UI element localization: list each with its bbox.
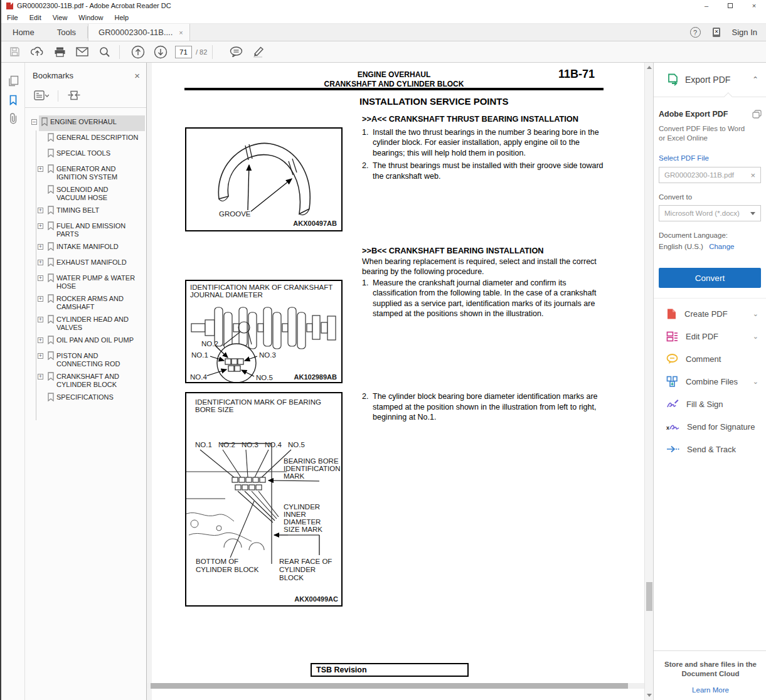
- tab-close-icon[interactable]: ×: [179, 29, 183, 36]
- tab-home[interactable]: Home: [1, 24, 46, 41]
- save-button[interactable]: [5, 44, 24, 60]
- collapse-toggle-icon[interactable]: –: [31, 119, 37, 125]
- bookmark-item[interactable]: + GENERATOR AND IGNITION SYSTEM: [25, 162, 146, 183]
- document-language-value: English (U.S.): [659, 243, 703, 250]
- bookmark-label: CYLINDER HEAD AND VALVES: [56, 315, 139, 332]
- help-icon[interactable]: ?: [690, 27, 701, 38]
- convert-format-dropdown[interactable]: Microsoft Word (*.docx): [659, 205, 761, 221]
- print-button[interactable]: [50, 44, 69, 60]
- expand-toggle-icon[interactable]: +: [38, 244, 43, 250]
- tool-send-track[interactable]: Send & Track: [654, 438, 766, 460]
- tool-comment[interactable]: Comment: [654, 347, 766, 370]
- figure1-groove-label: GROOVE: [219, 210, 251, 218]
- expand-toggle-icon[interactable]: +: [38, 208, 43, 213]
- bookmark-tools-divider: [58, 90, 58, 102]
- bookmark-item[interactable]: + TIMING BELT: [25, 204, 146, 220]
- tools-panel: Export PDF ⌃ Adobe Export PDF Convert PD…: [654, 63, 766, 700]
- bookmarks-close-icon[interactable]: ×: [134, 70, 140, 81]
- horizontal-scrollbar[interactable]: [147, 683, 644, 689]
- expand-toggle-icon[interactable]: +: [38, 337, 43, 343]
- scroll-down-icon[interactable]: [647, 694, 652, 697]
- tab-document[interactable]: GR00002300-11B.... ×: [88, 24, 190, 41]
- vertical-scrollbar[interactable]: [644, 63, 653, 700]
- section-b-heading: >>B<< CRANKSHAFT BEARING INSTALLATION: [362, 246, 608, 257]
- bookmark-item[interactable]: + CYLINDER HEAD AND VALVES: [25, 313, 146, 334]
- minimize-button[interactable]: –: [694, 0, 718, 11]
- comment-tool-button[interactable]: [226, 44, 245, 60]
- tool-edit-pdf[interactable]: Edit PDF ⌄: [654, 325, 766, 347]
- menu-view[interactable]: View: [47, 14, 73, 21]
- mobile-device-icon[interactable]: ✕: [712, 27, 721, 38]
- clear-file-icon[interactable]: ×: [750, 171, 755, 180]
- expand-toggle-icon[interactable]: +: [38, 296, 43, 302]
- new-bookmark-icon[interactable]: [67, 90, 81, 102]
- page-thumbnails-icon[interactable]: [1, 72, 25, 90]
- bookmark-item[interactable]: + FUEL AND EMISSION PARTS: [25, 220, 146, 240]
- menu-edit[interactable]: Edit: [24, 14, 47, 21]
- bookmark-item[interactable]: SPECIAL TOOLS: [25, 147, 146, 162]
- sign-in-link[interactable]: Sign In: [732, 28, 757, 37]
- page-total-label: / 82: [196, 48, 207, 56]
- figure3-size-mark-4: SIZE MARK: [284, 526, 322, 533]
- bookmark-item[interactable]: SPECIFICATIONS: [25, 391, 146, 406]
- chevron-down-icon: ⌄: [753, 378, 758, 386]
- bookmarks-panel-icon[interactable]: [1, 90, 25, 109]
- selected-file-field[interactable]: GR00002300-11B.pdf ×: [659, 167, 761, 183]
- menu-window[interactable]: Window: [73, 14, 109, 21]
- page-number-input[interactable]: [175, 46, 192, 58]
- expand-toggle-icon[interactable]: +: [38, 260, 43, 265]
- bookmark-item[interactable]: + WATER PUMP & WATER HOSE: [25, 272, 146, 292]
- bookmark-item[interactable]: + EXHAUST MANIFOLD: [25, 256, 146, 272]
- bookmark-item[interactable]: + OIL PAN AND OIL PUMP: [25, 334, 146, 349]
- bookmark-icon: [47, 242, 55, 252]
- expand-toggle-icon[interactable]: +: [38, 374, 43, 379]
- section-title: INSTALLATION SERVICE POINTS: [359, 96, 509, 107]
- next-page-button[interactable]: [151, 44, 170, 60]
- expand-toggle-icon[interactable]: +: [38, 353, 43, 359]
- tool-fill-sign[interactable]: Fill & Sign: [654, 393, 766, 415]
- figure1-code: AKX00497AB: [293, 220, 337, 227]
- bookmark-item[interactable]: + PISTON AND CONNECTING ROD: [25, 349, 146, 370]
- change-language-link[interactable]: Change: [709, 243, 734, 250]
- section-a-item2: The thrust bearings must be installed wi…: [373, 161, 608, 181]
- chevron-down-icon: ⌄: [753, 332, 758, 341]
- maximize-button[interactable]: [718, 0, 742, 11]
- convert-button[interactable]: Convert: [659, 268, 761, 288]
- tool-combine-files[interactable]: Combine Files ⌄: [654, 370, 766, 393]
- tool-send-signature[interactable]: x Send for Signature: [654, 415, 766, 438]
- vertical-scrollbar-thumb[interactable]: [646, 582, 652, 611]
- tool-create-pdf[interactable]: Create PDF ⌄: [654, 302, 766, 325]
- expand-toggle-icon[interactable]: +: [38, 166, 43, 172]
- attachments-icon[interactable]: [1, 109, 25, 128]
- horizontal-scrollbar-thumb[interactable]: [151, 683, 628, 689]
- expand-toggle-icon[interactable]: +: [38, 317, 43, 322]
- bookmark-item[interactable]: + ROCKER ARMS AND CAMSHAFT: [25, 292, 146, 313]
- cloud-upload-button[interactable]: [28, 44, 46, 60]
- figure-crankshaft-marks: IDENTIFICATION MARK OF CRANKSHAFT JOURNA…: [185, 280, 343, 383]
- export-pdf-header[interactable]: Export PDF ⌃: [654, 63, 766, 97]
- menu-file[interactable]: File: [1, 14, 24, 21]
- chevron-up-icon[interactable]: ⌃: [752, 75, 758, 84]
- bookmark-options-icon[interactable]: [34, 90, 49, 102]
- bookmark-item[interactable]: GENERAL DESCRIPTION: [25, 131, 146, 147]
- bookmark-item[interactable]: SOLENOID AND VACUUM HOSE: [25, 183, 146, 204]
- scroll-up-icon[interactable]: [647, 66, 652, 69]
- expand-toggle-icon[interactable]: +: [38, 275, 43, 281]
- expand-toggle-icon[interactable]: +: [38, 223, 43, 229]
- bookmark-item[interactable]: + CRANKSHAFT AND CYLINDER BLOCK: [25, 370, 146, 391]
- list-number: 2.: [362, 161, 373, 181]
- bookmark-label: WATER PUMP & WATER HOSE: [56, 273, 139, 290]
- section-b-item2: The cylinder block bearing bore diameter…: [373, 391, 608, 423]
- comment-icon: [666, 354, 678, 364]
- learn-more-link[interactable]: Learn More: [692, 686, 729, 694]
- bookmark-item[interactable]: + INTAKE MANIFOLD: [25, 240, 146, 256]
- bookmark-item-engine-overhaul[interactable]: – ENGINE OVERHAUL: [25, 115, 146, 131]
- email-button[interactable]: [73, 44, 92, 60]
- search-icon[interactable]: [95, 44, 114, 60]
- tab-tools[interactable]: Tools: [46, 24, 87, 41]
- menu-help[interactable]: Help: [109, 14, 134, 21]
- close-button[interactable]: ×: [742, 0, 766, 11]
- select-pdf-file-link[interactable]: Select PDF File: [659, 154, 762, 162]
- previous-page-button[interactable]: [129, 44, 147, 60]
- highlight-pen-button[interactable]: [249, 44, 268, 60]
